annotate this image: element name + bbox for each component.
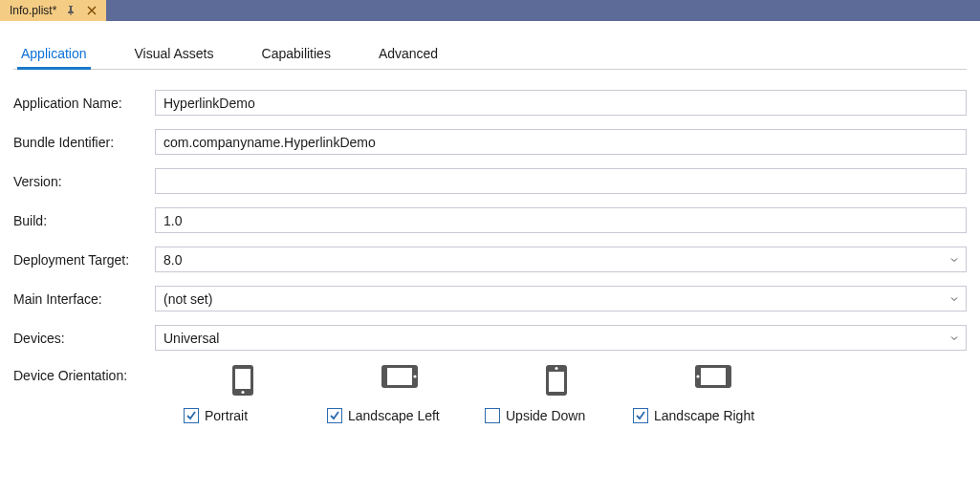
landscape-left-device-icon (379, 364, 421, 397)
checkbox-box (327, 408, 342, 423)
bundle-identifier-input[interactable] (155, 129, 967, 155)
label-application-name: Application Name: (13, 96, 145, 111)
orientation-icons (184, 364, 967, 397)
row-build: Build: (13, 201, 967, 240)
label-devices: Devices: (13, 331, 145, 346)
application-name-input[interactable] (155, 90, 967, 116)
row-application-name: Application Name: (13, 83, 967, 122)
orientation-group: Portrait Landscape Left Upside Down Land… (155, 364, 967, 423)
svg-rect-4 (387, 368, 412, 385)
label-bundle-identifier: Bundle Identifier: (13, 135, 145, 150)
title-bar: Info.plist* (0, 0, 980, 21)
dropdown-value: (not set) (163, 291, 212, 307)
close-icon[interactable] (85, 4, 98, 17)
tab-label: Capabilities (262, 46, 331, 61)
build-input[interactable] (155, 207, 967, 233)
portrait-device-icon (222, 364, 264, 397)
tab-application[interactable]: Application (19, 40, 89, 69)
upside-down-device-icon (535, 364, 577, 397)
checkbox-label: Portrait (205, 408, 248, 423)
row-device-orientation: Device Orientation: (13, 357, 967, 430)
checkbox-label: Landscape Left (348, 408, 440, 423)
editor-tabs: Application Visual Assets Capabilities A… (13, 40, 967, 70)
row-version: Version: (13, 161, 967, 201)
tab-advanced[interactable]: Advanced (377, 40, 440, 69)
row-bundle-identifier: Bundle Identifier: (13, 122, 967, 161)
svg-rect-10 (701, 368, 726, 385)
chevron-down-icon (950, 334, 958, 342)
dropdown-value: Universal (163, 331, 219, 346)
label-version: Version: (13, 174, 145, 189)
row-devices: Devices: Universal (13, 318, 967, 357)
svg-rect-1 (235, 369, 250, 389)
tab-label: Advanced (379, 46, 438, 61)
row-deployment-target: Deployment Target: 8.0 (13, 240, 967, 279)
row-main-interface: Main Interface: (not set) (13, 279, 967, 318)
checkbox-label: Landscape Right (654, 408, 754, 423)
label-main-interface: Main Interface: (13, 291, 145, 307)
deployment-target-dropdown[interactable]: 8.0 (155, 247, 967, 272)
checkbox-box (184, 408, 199, 423)
checkbox-portrait[interactable]: Portrait (184, 408, 327, 423)
svg-point-11 (696, 375, 699, 377)
landscape-right-device-icon (692, 364, 734, 397)
svg-point-5 (413, 375, 416, 377)
tab-label: Application (21, 46, 87, 61)
dropdown-value: 8.0 (163, 252, 182, 268)
chevron-down-icon (950, 256, 958, 264)
chevron-down-icon (950, 295, 958, 303)
checkbox-label: Upside Down (506, 408, 585, 423)
label-device-orientation: Device Orientation: (13, 364, 145, 383)
file-tab[interactable]: Info.plist* (0, 0, 106, 21)
label-deployment-target: Deployment Target: (13, 252, 145, 268)
main-interface-dropdown[interactable]: (not set) (155, 286, 967, 311)
file-tab-label: Info.plist* (10, 4, 56, 17)
tab-visual-assets[interactable]: Visual Assets (133, 40, 216, 69)
tab-capabilities[interactable]: Capabilities (260, 40, 333, 69)
orientation-checkboxes: Portrait Landscape Left Upside Down Land… (184, 408, 967, 423)
svg-point-8 (555, 367, 557, 370)
checkbox-box (633, 408, 648, 423)
checkbox-landscape-left[interactable]: Landscape Left (327, 408, 485, 423)
pin-icon[interactable] (64, 4, 77, 17)
svg-point-2 (241, 391, 244, 394)
checkbox-landscape-right[interactable]: Landscape Right (633, 408, 754, 423)
checkbox-box (485, 408, 500, 423)
tab-label: Visual Assets (135, 46, 214, 61)
svg-rect-7 (549, 372, 564, 392)
form-panel: Application Name: Bundle Identifier: Ver… (13, 70, 967, 430)
editor-content: Application Visual Assets Capabilities A… (0, 21, 980, 438)
version-input[interactable] (155, 168, 967, 194)
label-build: Build: (13, 213, 145, 228)
devices-dropdown[interactable]: Universal (155, 325, 967, 351)
checkbox-upside-down[interactable]: Upside Down (485, 408, 633, 423)
